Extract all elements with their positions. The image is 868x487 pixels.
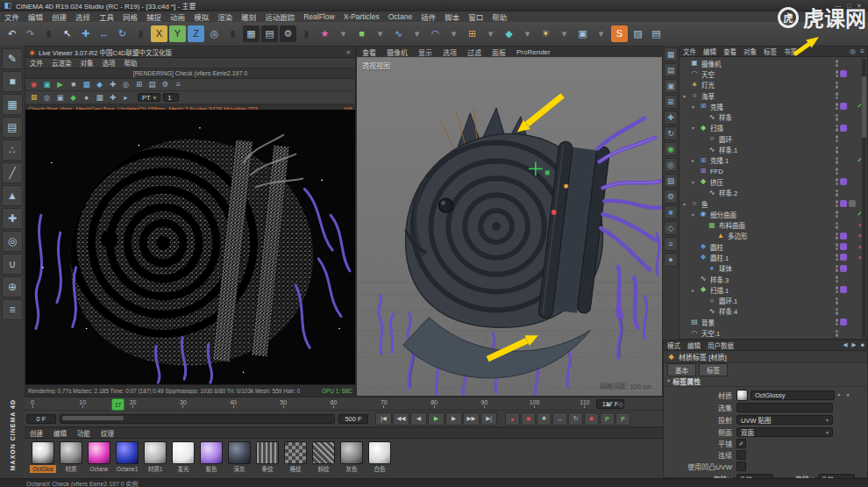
texture-tag[interactable] — [840, 265, 847, 272]
extra-tag[interactable] — [849, 265, 856, 272]
texture-tag[interactable] — [840, 82, 847, 89]
range-start-field[interactable]: 0 F — [26, 414, 56, 424]
viewport-menu-item[interactable]: 过滤 — [462, 47, 487, 57]
toolbar-icon[interactable]: ↶ — [4, 25, 20, 42]
object-name[interactable]: 样条.1 — [719, 145, 833, 154]
material-menu-item[interactable]: 功能 — [72, 428, 96, 438]
menu-item[interactable]: 帮助 — [487, 11, 511, 22]
strip-icon[interactable]: ◎ — [664, 158, 678, 172]
extra-tag[interactable] — [849, 190, 856, 197]
strip-icon[interactable]: ◇ — [664, 221, 678, 235]
expander-icon[interactable]: ▾ — [692, 179, 699, 185]
extra-tag[interactable] — [849, 178, 856, 185]
visibility-dots[interactable] — [836, 103, 839, 110]
lv-tool-icon[interactable]: ◆ — [94, 80, 105, 90]
lv-tool-icon[interactable]: ▤ — [146, 80, 158, 90]
visibility-dots[interactable] — [836, 70, 839, 77]
texture-tag[interactable] — [840, 190, 847, 197]
material-item[interactable]: 材质1 — [142, 441, 168, 473]
expander-icon[interactable]: ▾ — [692, 211, 699, 218]
strip-icon[interactable]: ▣ — [664, 79, 678, 93]
texture-tag[interactable] — [840, 319, 847, 326]
expander-icon[interactable]: ▾ — [683, 93, 690, 99]
material-sphere[interactable] — [368, 441, 391, 464]
toolbar-icon[interactable]: ▤ — [261, 25, 278, 42]
lv-menu-item[interactable]: 选项 — [98, 58, 120, 68]
extra-tag[interactable] — [849, 147, 856, 154]
checkbox[interactable]: ✓ — [736, 439, 746, 448]
object-name[interactable]: 克隆.1 — [710, 155, 833, 165]
expander-icon[interactable]: ▾ — [692, 104, 699, 110]
om-menu-item[interactable]: 编辑 — [700, 47, 720, 56]
visibility-dots[interactable] — [836, 297, 839, 304]
extra-tag[interactable] — [849, 243, 856, 250]
extra-tag[interactable] — [849, 70, 856, 77]
om-menu-item[interactable]: 查看 — [720, 47, 740, 56]
toolbar-icon[interactable]: ■ — [353, 25, 370, 42]
mode-tool-icon[interactable]: ╱ — [2, 162, 23, 183]
lv-tool-icon[interactable]: ◎ — [41, 92, 53, 103]
texture-tag[interactable] — [840, 211, 847, 218]
selection-field[interactable] — [736, 403, 833, 412]
orange-handle[interactable] — [564, 184, 568, 189]
mode-tool-icon[interactable]: ≡ — [2, 299, 23, 320]
menu-item[interactable]: 渲染 — [213, 11, 237, 22]
mode-tool-icon[interactable]: ∴ — [2, 140, 23, 161]
object-tree-row[interactable]: ◆ 圆柱 × — [679, 241, 867, 252]
material-item[interactable]: Octane — [86, 441, 112, 473]
texture-tag[interactable] — [840, 308, 847, 315]
attr-subtab[interactable]: 标签 — [699, 363, 728, 376]
object-tree-row[interactable]: ◆ 圆柱.1 × — [679, 252, 867, 262]
lv-tool-icon[interactable]: ● — [81, 92, 92, 103]
viewport-menu-item[interactable]: 查看 — [357, 47, 381, 57]
material-item[interactable]: 紫色 — [198, 441, 224, 473]
object-name[interactable]: 天空.1 — [701, 328, 833, 338]
menu-item[interactable]: 文件 — [0, 11, 24, 22]
viewport-menu-item[interactable]: 选项 — [438, 47, 462, 57]
material-menu-item[interactable]: 创建 — [25, 428, 48, 438]
attr-nav-icon[interactable]: ■ — [858, 341, 867, 350]
strip-icon[interactable]: ◉ — [664, 142, 678, 156]
object-tree-row[interactable]: ◠ 天空.1 — [679, 327, 867, 338]
menu-item[interactable]: RealFlow — [299, 11, 338, 22]
viewport-canvas[interactable]: 透视视图 网格间距: 100 cm — [357, 57, 662, 396]
object-name[interactable]: 天空 — [701, 69, 833, 79]
mode-tool-icon[interactable]: ■ — [2, 71, 23, 92]
toolbar-icon[interactable]: ▮ — [224, 25, 241, 42]
object-tree-row[interactable]: ∿ 样条.1 — [679, 144, 867, 154]
transport-button[interactable]: ▶ — [445, 412, 462, 426]
lv-tool-icon[interactable]: ▣ — [41, 80, 53, 90]
timeline-key-icon[interactable]: ◇ — [615, 399, 626, 409]
visibility-dots[interactable] — [836, 319, 839, 326]
mode-tool-icon[interactable]: ∪ — [2, 254, 23, 275]
visibility-dots[interactable] — [836, 276, 839, 283]
material-sphere[interactable] — [88, 441, 110, 464]
object-name[interactable]: 挤压 — [710, 177, 833, 187]
pivot-point[interactable] — [551, 210, 557, 215]
transport-button[interactable]: |◀ — [375, 412, 392, 426]
material-name[interactable]: 材质 — [58, 465, 84, 473]
record-button[interactable]: ✚ — [537, 412, 551, 426]
lv-tool-icon[interactable]: ⚙ — [160, 80, 171, 90]
strip-icon[interactable]: ▤ — [664, 63, 678, 77]
material-name[interactable]: Octane1 — [114, 465, 140, 473]
attr-menu-item[interactable]: 编辑 — [684, 340, 704, 350]
menu-item[interactable]: 模拟 — [189, 11, 213, 22]
lv-tool-icon[interactable]: ▸ — [120, 92, 132, 103]
object-name[interactable]: 灯光 — [701, 80, 833, 90]
close-icon[interactable]: ✕ — [345, 48, 352, 56]
om-scrollbar[interactable] — [862, 59, 866, 338]
object-tree-row[interactable]: ◠ 天空 — [679, 68, 867, 79]
menu-item[interactable]: 捕捉 — [142, 11, 166, 22]
lv-tool-icon[interactable]: ◎ — [120, 80, 132, 90]
material-name[interactable]: 紫色 — [198, 465, 224, 473]
object-tree-row[interactable]: ▸ ◆ 扫描.1 — [679, 284, 867, 295]
object-name[interactable]: 扫描 — [710, 123, 833, 132]
object-name[interactable]: 鱼 — [701, 199, 833, 209]
object-tree-row[interactable]: ▣ 摄像机 — [679, 58, 867, 68]
material-sphere[interactable] — [144, 441, 167, 464]
strip-icon[interactable]: ✚ — [664, 111, 678, 125]
object-name[interactable]: 样条.4 — [719, 306, 833, 316]
extra-tag[interactable] — [849, 60, 856, 67]
visibility-dots[interactable] — [836, 330, 839, 337]
